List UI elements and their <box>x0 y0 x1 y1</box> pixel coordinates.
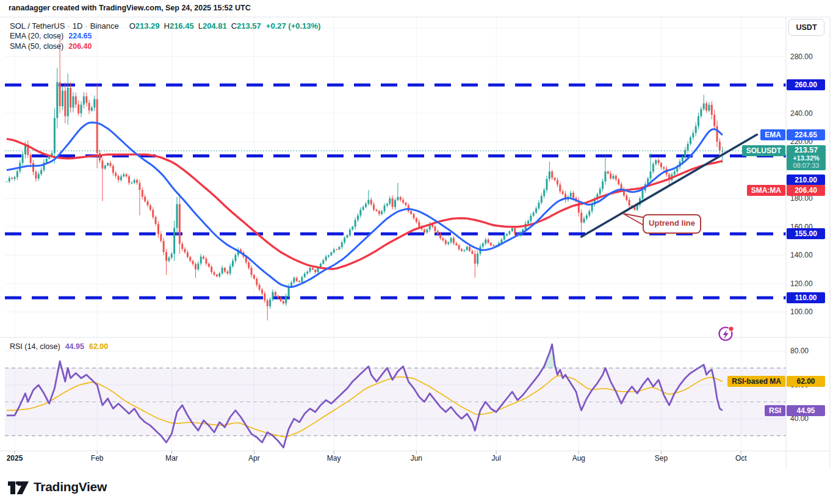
watermark: ranadagger created with TradingView.com,… <box>9 4 251 12</box>
time-axis-label[interactable]: Aug <box>572 454 585 463</box>
rsi-legend-row[interactable]: RSI (14, close)44.9562.00 <box>10 342 108 351</box>
price-tick-label: 140.00 <box>790 250 813 260</box>
time-axis-label[interactable]: Jul <box>491 454 500 463</box>
open-value: 213.29 <box>135 21 160 31</box>
high-label: H <box>164 21 170 31</box>
rsi-value: 44.95 <box>65 342 84 351</box>
uptrend-callout[interactable]: Uptrend line <box>643 214 701 234</box>
time-axis-label[interactable]: Mar <box>165 454 178 463</box>
high-value: 216.45 <box>170 21 194 31</box>
ohlc-values: O213.29H216.45L204.81C213.57+0.27 (+0.13… <box>125 21 321 31</box>
rsi-ma-value-label: 62.00 <box>787 376 825 387</box>
time-axis-label[interactable]: Oct <box>735 454 747 463</box>
close-label: C <box>231 21 237 31</box>
rsi-tick-label: 80.00 <box>790 346 809 356</box>
low-label: L <box>198 21 203 31</box>
price-level-label[interactable]: 110.00 <box>787 292 825 303</box>
last-price-label: 213.57+13.32%08:07:33 <box>787 145 826 170</box>
tradingview-logo[interactable]: TradingView <box>8 478 107 495</box>
sma-tag: SMA:MA <box>747 185 785 196</box>
bar-countdown: 08:07:33 <box>787 162 826 169</box>
price-tick-label: 100.00 <box>790 307 813 317</box>
time-axis-label[interactable]: 2025 <box>7 454 23 463</box>
rsi-value-label: 44.95 <box>787 405 825 416</box>
low-value: 204.81 <box>203 21 227 31</box>
price-tick-label: 240.00 <box>790 109 813 118</box>
sma-legend-row[interactable]: SMA (50, close)206.40 <box>10 42 92 51</box>
time-axis-label[interactable]: Apr <box>248 454 260 463</box>
open-label: O <box>129 21 135 31</box>
ema-legend-row[interactable]: EMA (20, close)224.65 <box>10 32 92 40</box>
close-value: 213.57 <box>237 21 261 31</box>
currency-button[interactable]: USDT <box>788 19 824 36</box>
separator: · <box>65 21 72 31</box>
change-value: +0.27 (+0.13%) <box>266 21 321 31</box>
price-tick-label: 280.00 <box>790 52 813 62</box>
time-axis-label[interactable]: Sep <box>655 454 668 463</box>
lightning-bolt-icon <box>723 330 729 339</box>
symbol-legend-row[interactable]: SOL / TetherUS·1D·BinanceO213.29H216.45L… <box>10 21 320 31</box>
change-percent: +13.32% <box>787 155 826 162</box>
time-axis-label[interactable]: Jun <box>411 454 422 463</box>
ema-tag: EMA <box>760 129 785 140</box>
price-level-label[interactable]: 260.00 <box>787 79 825 90</box>
symbol-tag: SOLUSDT <box>742 145 785 156</box>
flash-alert-icon[interactable] <box>716 324 736 344</box>
rsi-name: RSI (14, close) <box>10 342 60 351</box>
last-price: 213.57 <box>787 146 826 154</box>
chart-window: ranadagger created with TradingView.com,… <box>0 0 833 504</box>
price-tick-label: 120.00 <box>790 279 813 289</box>
exchange: Binance <box>90 21 119 31</box>
chart-canvas[interactable] <box>0 0 833 504</box>
time-axis-label[interactable]: Feb <box>91 454 104 463</box>
price-level-label[interactable]: 155.00 <box>787 228 825 239</box>
interval: 1D <box>73 21 83 31</box>
sma-name: SMA (50, close) <box>10 42 63 51</box>
ema-value: 224.65 <box>68 32 92 40</box>
rsi-ma-value: 62.00 <box>89 342 108 351</box>
rsi-ma-tag: RSI-based MA <box>727 376 785 387</box>
alert-dot <box>729 327 734 331</box>
sma-value: 206.40 <box>68 42 92 51</box>
symbol-name: SOL / TetherUS <box>10 21 65 31</box>
ema-name: EMA (20, close) <box>10 32 63 40</box>
tradingview-wordmark: TradingView <box>34 480 107 494</box>
tradingview-mark-icon <box>8 478 29 495</box>
rsi-tag: RSI <box>765 405 785 416</box>
ema-price-label: 224.65 <box>787 129 825 140</box>
separator: · <box>82 21 90 31</box>
sma-price-label: 206.40 <box>787 185 825 196</box>
time-axis-label[interactable]: May <box>327 454 341 463</box>
price-level-label[interactable]: 210.00 <box>787 175 825 185</box>
